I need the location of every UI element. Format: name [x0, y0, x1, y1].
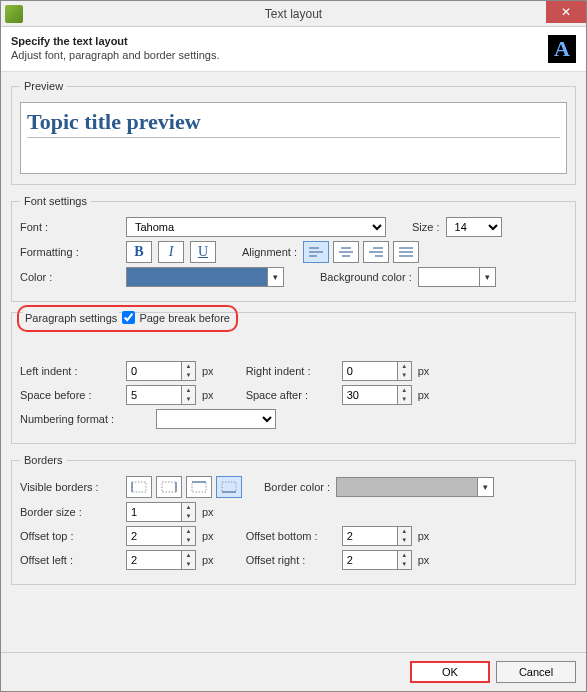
unit-px: px [202, 389, 214, 401]
spin-down-icon[interactable]: ▼ [398, 395, 411, 404]
space-after-label: Space after : [246, 389, 336, 401]
unit-px: px [202, 365, 214, 377]
unit-px: px [418, 554, 430, 566]
color-swatch [127, 268, 267, 286]
offset-bottom-spinner[interactable]: ▲▼ [342, 526, 412, 546]
border-right-icon [160, 480, 178, 494]
offset-top-input[interactable] [127, 527, 181, 545]
offset-left-label: Offset left : [20, 554, 120, 566]
close-button[interactable]: ✕ [546, 1, 586, 23]
spin-up-icon[interactable]: ▲ [398, 551, 411, 560]
svg-rect-16 [192, 482, 206, 492]
cancel-button[interactable]: Cancel [496, 661, 576, 683]
border-size-spinner[interactable]: ▲▼ [126, 502, 196, 522]
border-top-button[interactable] [186, 476, 212, 498]
spin-up-icon[interactable]: ▲ [182, 503, 195, 512]
dialog-header: Specify the text layout Adjust font, par… [1, 27, 586, 72]
bgcolor-label: Background color : [320, 271, 412, 283]
align-left-icon [307, 245, 325, 259]
spin-down-icon[interactable]: ▼ [182, 560, 195, 569]
right-indent-label: Right indent : [246, 365, 336, 377]
align-center-button[interactable] [333, 241, 359, 263]
svg-rect-14 [162, 482, 176, 492]
color-picker[interactable]: ▾ [126, 267, 284, 287]
bgcolor-swatch [419, 268, 479, 286]
color-label: Color : [20, 271, 120, 283]
align-center-icon [337, 245, 355, 259]
spin-up-icon[interactable]: ▲ [182, 386, 195, 395]
align-left-button[interactable] [303, 241, 329, 263]
offset-bottom-input[interactable] [343, 527, 397, 545]
size-label: Size : [412, 221, 440, 233]
italic-button[interactable]: I [158, 241, 184, 263]
spin-up-icon[interactable]: ▲ [398, 362, 411, 371]
offset-left-spinner[interactable]: ▲▼ [126, 550, 196, 570]
border-color-picker[interactable]: ▾ [336, 477, 494, 497]
right-indent-spinner[interactable]: ▲▼ [342, 361, 412, 381]
spin-down-icon[interactable]: ▼ [182, 371, 195, 380]
page-break-checkbox[interactable] [122, 311, 135, 324]
space-after-spinner[interactable]: ▲▼ [342, 385, 412, 405]
offset-left-input[interactable] [127, 551, 181, 569]
spin-down-icon[interactable]: ▼ [398, 536, 411, 545]
border-right-button[interactable] [156, 476, 182, 498]
borders-group: Borders Visible borders : Border color :… [11, 454, 576, 585]
spin-down-icon[interactable]: ▼ [398, 560, 411, 569]
left-indent-input[interactable] [127, 362, 181, 380]
ok-button[interactable]: OK [410, 661, 490, 683]
close-icon: ✕ [561, 5, 571, 19]
window-title: Text layout [1, 7, 586, 21]
bold-button[interactable]: B [126, 241, 152, 263]
spin-up-icon[interactable]: ▲ [182, 551, 195, 560]
offset-top-spinner[interactable]: ▲▼ [126, 526, 196, 546]
border-color-label: Border color : [264, 481, 330, 493]
size-select[interactable]: 14 [446, 217, 502, 237]
preview-group: Preview Topic title preview [11, 80, 576, 185]
spin-up-icon[interactable]: ▲ [182, 527, 195, 536]
font-settings-group: Font settings Font : Tahoma Size : 14 Fo… [11, 195, 576, 302]
left-indent-spinner[interactable]: ▲▼ [126, 361, 196, 381]
spin-down-icon[interactable]: ▼ [182, 395, 195, 404]
space-before-spinner[interactable]: ▲▼ [126, 385, 196, 405]
unit-px: px [418, 530, 430, 542]
unit-px: px [418, 365, 430, 377]
align-right-icon [367, 245, 385, 259]
border-top-icon [190, 480, 208, 494]
border-color-swatch [337, 478, 477, 496]
underline-button[interactable]: U [190, 241, 216, 263]
offset-right-spinner[interactable]: ▲▼ [342, 550, 412, 570]
font-select[interactable]: Tahoma [126, 217, 386, 237]
borders-legend: Borders [20, 454, 67, 466]
border-size-input[interactable] [127, 503, 181, 521]
bgcolor-picker[interactable]: ▾ [418, 267, 496, 287]
chevron-down-icon: ▾ [479, 268, 495, 286]
offset-right-input[interactable] [343, 551, 397, 569]
spin-down-icon[interactable]: ▼ [182, 512, 195, 521]
space-before-input[interactable] [127, 386, 181, 404]
align-justify-button[interactable] [393, 241, 419, 263]
spin-up-icon[interactable]: ▲ [398, 527, 411, 536]
offset-bottom-label: Offset bottom : [246, 530, 336, 542]
numbering-label: Numbering format : [20, 413, 150, 425]
align-justify-icon [397, 245, 415, 259]
border-bottom-icon [220, 480, 238, 494]
border-bottom-button[interactable] [216, 476, 242, 498]
spin-up-icon[interactable]: ▲ [182, 362, 195, 371]
paragraph-legend: Paragraph settings [23, 312, 119, 324]
titlebar: Text layout ✕ [1, 1, 586, 27]
spin-up-icon[interactable]: ▲ [398, 386, 411, 395]
align-right-button[interactable] [363, 241, 389, 263]
dialog-footer: OK Cancel [1, 652, 586, 691]
spin-down-icon[interactable]: ▼ [182, 536, 195, 545]
right-indent-input[interactable] [343, 362, 397, 380]
offset-right-label: Offset right : [246, 554, 336, 566]
unit-px: px [202, 506, 214, 518]
paragraph-settings-group: Paragraph settings Page break before Lef… [11, 312, 576, 444]
unit-px: px [418, 389, 430, 401]
space-after-input[interactable] [343, 386, 397, 404]
border-left-button[interactable] [126, 476, 152, 498]
spin-down-icon[interactable]: ▼ [398, 371, 411, 380]
unit-px: px [202, 530, 214, 542]
svg-rect-18 [222, 482, 236, 492]
numbering-select[interactable] [156, 409, 276, 429]
